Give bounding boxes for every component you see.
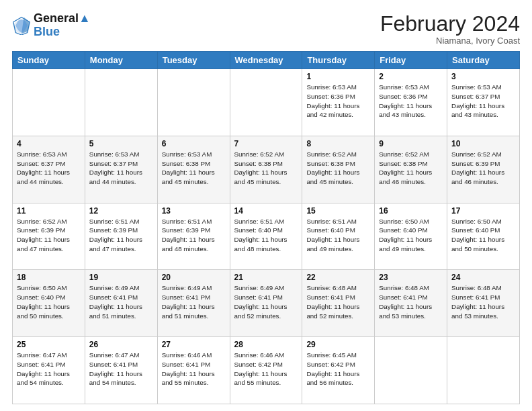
day-info: Sunrise: 6:52 AMSunset: 6:39 PMDaylight:… [451, 150, 515, 187]
calendar-cell [13, 69, 85, 136]
day-info: Sunrise: 6:51 AMSunset: 6:40 PMDaylight:… [234, 217, 298, 254]
col-wednesday: Wednesday [230, 52, 302, 69]
day-info: Sunrise: 6:47 AMSunset: 6:41 PMDaylight:… [89, 351, 153, 387]
day-info: Sunrise: 6:51 AMSunset: 6:39 PMDaylight:… [89, 217, 153, 254]
day-info: Sunrise: 6:53 AMSunset: 6:38 PMDaylight:… [162, 150, 226, 187]
calendar-cell: 5Sunrise: 6:53 AMSunset: 6:37 PMDaylight… [85, 136, 157, 203]
title-block: February 2024 Niamana, Ivory Coast [380, 12, 520, 46]
calendar-cell: 29Sunrise: 6:45 AMSunset: 6:42 PMDayligh… [302, 337, 375, 404]
calendar-cell: 12Sunrise: 6:51 AMSunset: 6:39 PMDayligh… [85, 203, 157, 270]
day-number: 7 [234, 139, 298, 148]
day-info: Sunrise: 6:49 AMSunset: 6:41 PMDaylight:… [162, 283, 226, 320]
calendar-title: February 2024 [380, 12, 520, 36]
calendar-cell: 9Sunrise: 6:52 AMSunset: 6:38 PMDaylight… [375, 136, 447, 203]
calendar-cell: 13Sunrise: 6:51 AMSunset: 6:39 PMDayligh… [157, 203, 230, 270]
calendar-cell: 14Sunrise: 6:51 AMSunset: 6:40 PMDayligh… [230, 203, 302, 270]
calendar-table: Sunday Monday Tuesday Wednesday Thursday… [12, 51, 520, 404]
day-number: 27 [162, 340, 226, 349]
calendar-subtitle: Niamana, Ivory Coast [380, 36, 520, 46]
calendar-cell: 25Sunrise: 6:47 AMSunset: 6:41 PMDayligh… [13, 337, 85, 404]
header: General▲ Blue February 2024 Niamana, Ivo… [12, 12, 520, 46]
day-number: 2 [379, 72, 443, 81]
calendar-cell: 2Sunrise: 6:53 AMSunset: 6:36 PMDaylight… [375, 69, 447, 136]
logo-icon [12, 16, 31, 35]
day-number: 3 [451, 72, 515, 81]
calendar-week-2: 4Sunrise: 6:53 AMSunset: 6:37 PMDaylight… [13, 136, 520, 203]
calendar-cell: 20Sunrise: 6:49 AMSunset: 6:41 PMDayligh… [157, 270, 230, 337]
calendar-cell: 6Sunrise: 6:53 AMSunset: 6:38 PMDaylight… [157, 136, 230, 203]
calendar-cell: 24Sunrise: 6:48 AMSunset: 6:41 PMDayligh… [447, 270, 520, 337]
day-number: 19 [89, 273, 153, 282]
calendar-cell [230, 69, 302, 136]
day-number: 24 [451, 273, 515, 282]
day-info: Sunrise: 6:51 AMSunset: 6:39 PMDaylight:… [162, 217, 226, 254]
calendar-cell: 27Sunrise: 6:46 AMSunset: 6:41 PMDayligh… [157, 337, 230, 404]
day-info: Sunrise: 6:53 AMSunset: 6:36 PMDaylight:… [379, 83, 443, 120]
day-number: 28 [234, 340, 298, 349]
day-info: Sunrise: 6:52 AMSunset: 6:38 PMDaylight:… [306, 150, 370, 187]
header-row: Sunday Monday Tuesday Wednesday Thursday… [13, 52, 520, 69]
calendar-week-1: 1Sunrise: 6:53 AMSunset: 6:36 PMDaylight… [13, 69, 520, 136]
col-monday: Monday [85, 52, 157, 69]
page: General▲ Blue February 2024 Niamana, Ivo… [0, 0, 532, 411]
day-info: Sunrise: 6:53 AMSunset: 6:36 PMDaylight:… [306, 83, 370, 120]
day-number: 1 [306, 72, 370, 81]
col-friday: Friday [375, 52, 447, 69]
day-number: 22 [306, 273, 370, 282]
calendar-cell [85, 69, 157, 136]
calendar-cell: 10Sunrise: 6:52 AMSunset: 6:39 PMDayligh… [447, 136, 520, 203]
calendar-cell: 21Sunrise: 6:49 AMSunset: 6:41 PMDayligh… [230, 270, 302, 337]
calendar-cell: 19Sunrise: 6:49 AMSunset: 6:41 PMDayligh… [85, 270, 157, 337]
day-info: Sunrise: 6:53 AMSunset: 6:37 PMDaylight:… [451, 83, 515, 120]
day-number: 11 [17, 206, 81, 216]
day-number: 6 [162, 139, 226, 148]
day-number: 5 [89, 139, 153, 148]
day-info: Sunrise: 6:50 AMSunset: 6:40 PMDaylight:… [451, 217, 515, 254]
day-number: 14 [234, 206, 298, 216]
day-number: 15 [306, 206, 370, 216]
day-info: Sunrise: 6:49 AMSunset: 6:41 PMDaylight:… [234, 283, 298, 320]
day-number: 16 [379, 206, 443, 216]
logo: General▲ Blue [12, 12, 91, 39]
calendar-cell: 23Sunrise: 6:48 AMSunset: 6:41 PMDayligh… [375, 270, 447, 337]
day-number: 10 [451, 139, 515, 148]
day-number: 9 [379, 139, 443, 148]
day-info: Sunrise: 6:52 AMSunset: 6:38 PMDaylight:… [234, 150, 298, 187]
day-info: Sunrise: 6:53 AMSunset: 6:37 PMDaylight:… [89, 150, 153, 187]
day-info: Sunrise: 6:51 AMSunset: 6:40 PMDaylight:… [306, 217, 370, 254]
calendar-cell: 18Sunrise: 6:50 AMSunset: 6:40 PMDayligh… [13, 270, 85, 337]
calendar-cell: 1Sunrise: 6:53 AMSunset: 6:36 PMDaylight… [302, 69, 375, 136]
day-info: Sunrise: 6:53 AMSunset: 6:37 PMDaylight:… [17, 150, 81, 187]
logo-text: General▲ Blue [34, 12, 91, 39]
day-info: Sunrise: 6:52 AMSunset: 6:39 PMDaylight:… [17, 217, 81, 254]
calendar-cell: 4Sunrise: 6:53 AMSunset: 6:37 PMDaylight… [13, 136, 85, 203]
day-number: 26 [89, 340, 153, 349]
calendar-cell [375, 337, 447, 404]
col-saturday: Saturday [447, 52, 520, 69]
day-info: Sunrise: 6:46 AMSunset: 6:41 PMDaylight:… [162, 351, 226, 387]
day-number: 25 [17, 340, 81, 349]
day-info: Sunrise: 6:46 AMSunset: 6:42 PMDaylight:… [234, 351, 298, 387]
col-thursday: Thursday [302, 52, 375, 69]
calendar-cell: 3Sunrise: 6:53 AMSunset: 6:37 PMDaylight… [447, 69, 520, 136]
calendar-cell [447, 337, 520, 404]
day-info: Sunrise: 6:52 AMSunset: 6:38 PMDaylight:… [379, 150, 443, 187]
day-number: 8 [306, 139, 370, 148]
day-number: 29 [306, 340, 370, 349]
day-info: Sunrise: 6:50 AMSunset: 6:40 PMDaylight:… [379, 217, 443, 254]
day-number: 12 [89, 206, 153, 216]
day-number: 21 [234, 273, 298, 282]
calendar-week-5: 25Sunrise: 6:47 AMSunset: 6:41 PMDayligh… [13, 337, 520, 404]
day-number: 18 [17, 273, 81, 282]
col-sunday: Sunday [13, 52, 85, 69]
day-info: Sunrise: 6:48 AMSunset: 6:41 PMDaylight:… [379, 283, 443, 320]
calendar-cell: 17Sunrise: 6:50 AMSunset: 6:40 PMDayligh… [447, 203, 520, 270]
calendar-cell: 28Sunrise: 6:46 AMSunset: 6:42 PMDayligh… [230, 337, 302, 404]
calendar-cell: 16Sunrise: 6:50 AMSunset: 6:40 PMDayligh… [375, 203, 447, 270]
calendar-cell: 26Sunrise: 6:47 AMSunset: 6:41 PMDayligh… [85, 337, 157, 404]
day-info: Sunrise: 6:48 AMSunset: 6:41 PMDaylight:… [306, 283, 370, 320]
day-info: Sunrise: 6:48 AMSunset: 6:41 PMDaylight:… [451, 283, 515, 320]
calendar-cell: 11Sunrise: 6:52 AMSunset: 6:39 PMDayligh… [13, 203, 85, 270]
day-number: 23 [379, 273, 443, 282]
col-tuesday: Tuesday [157, 52, 230, 69]
